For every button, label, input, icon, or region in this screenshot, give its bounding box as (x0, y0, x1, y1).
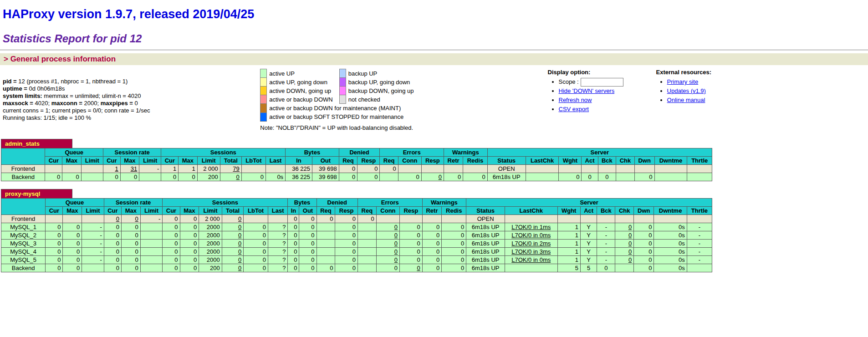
cell-rate-max: 0 (121, 214, 140, 223)
scope-input[interactable] (581, 78, 623, 87)
col-header-queue-limit: Limit (81, 156, 103, 164)
cell-bytes-in: 0 (288, 223, 299, 231)
group-header-empty (1, 198, 46, 214)
cell-sessions-last: ? (268, 264, 287, 272)
col-header-thrtle: Thrtle (687, 156, 712, 164)
group-header-errors: Errors (357, 198, 422, 206)
cell-rate-max: 0 (121, 231, 140, 239)
cell-queue-max: 0 (63, 255, 82, 264)
col-header-rate-cur: Cur (103, 156, 120, 164)
cell-sessions-max: 0 (180, 223, 199, 231)
cell-sessions-cur: 0 (163, 247, 180, 255)
row-name: MySQL_2 (1, 231, 46, 239)
cell-act: Y (580, 255, 597, 264)
cell-warnings-retr: 0 (422, 231, 442, 239)
cell-denied-req: 0 (317, 264, 335, 272)
cell-rate-cur: 0 (104, 214, 121, 223)
col-header-sessions-total: Total (222, 206, 244, 214)
col-header-errors-req: Req (380, 156, 398, 164)
cell-bytes-in: 36 225 (286, 173, 312, 181)
cell-status: OPEN (466, 214, 505, 223)
info-row: pid = 12 (process #1, nbproc = 1, nbthre… (0, 69, 711, 131)
col-header-queue-max: Max (62, 156, 81, 164)
page-title[interactable]: HAProxy version 1.9.7, released 2019/04/… (3, 7, 868, 21)
cell-bck: 0 (597, 264, 615, 272)
cell-rate-limit: - (139, 164, 161, 173)
stats-table: QueueSession rateSessionsBytesDeniedErro… (1, 148, 712, 181)
cell-errors-resp: 0 (400, 247, 423, 255)
cell-warnings-retr: 0 (422, 223, 442, 231)
cell-queue-cur: 0 (46, 247, 63, 255)
external-resources-link[interactable]: Updates (v1.9) (667, 87, 706, 94)
cell-act: 5 (580, 264, 597, 272)
cell-thrtle: - (687, 223, 712, 231)
external-resources-link[interactable]: Primary site (667, 78, 699, 85)
cell-sessions-max: 0 (179, 173, 197, 181)
group-header-server: Server (466, 198, 712, 206)
display-option-link[interactable]: Hide 'DOWN' servers (559, 87, 615, 94)
cell-lastchk: L7OK/0 in 0ms (505, 231, 557, 239)
cell-rate-cur: 1 (103, 164, 120, 173)
display-option-link[interactable]: CSV export (559, 106, 589, 112)
cell-bck: - (597, 247, 615, 255)
cell-sessions-cur: 0 (163, 214, 180, 223)
cell-sessions-cur: 1 (161, 164, 179, 173)
group-header-denied: Denied (339, 148, 380, 156)
cell-thrtle (687, 264, 712, 272)
process-info-line: uptime = 0d 0h06m18s (3, 85, 260, 92)
cell-warnings-retr (422, 214, 442, 223)
cell-rate-max: 0 (121, 255, 140, 264)
group-header-sessions: Sessions (161, 148, 286, 156)
cell-rate-max: 0 (121, 264, 140, 272)
cell-status: 6m18s UP (466, 264, 505, 272)
cell-queue-max: 0 (63, 264, 82, 272)
cell-queue-limit: - (82, 231, 104, 239)
cell-errors-conn: 0 (376, 239, 399, 247)
cell-chk: 0 (615, 223, 634, 231)
cell-bytes-out: 0 (299, 239, 317, 247)
cell-bck: - (597, 231, 615, 239)
cell-weight: 1 (557, 247, 580, 255)
cell-sessions-last: ? (268, 239, 287, 247)
cell-rate-cur: 0 (104, 223, 121, 231)
cell-denied-resp: 0 (335, 239, 358, 247)
external-resources-link[interactable]: Online manual (667, 97, 705, 103)
cell-warnings-retr: 0 (422, 255, 442, 264)
cell-act: Y (580, 231, 597, 239)
legend-color-swatch (339, 69, 346, 78)
external-resources-heading: External resources: (656, 69, 711, 76)
cell-warnings-redis: 0 (442, 255, 466, 264)
cell-bytes-in: 0 (288, 255, 299, 264)
col-header-bytes-in: In (286, 156, 312, 164)
legend-label: active DOWN, going up (267, 87, 339, 95)
cell-errors-req (357, 247, 376, 255)
cell-bck: - (597, 239, 615, 247)
row-name: Frontend (1, 214, 46, 223)
cell-queue-cur: 0 (46, 264, 63, 272)
col-header-weight: Wght (557, 206, 580, 214)
cell-rate-limit (140, 239, 163, 247)
cell-thrtle: - (687, 255, 712, 264)
process-info-line: maxsock = 4020; maxconn = 2000; maxpipes… (3, 100, 260, 107)
cell-sessions-limit: 2 000 (197, 164, 220, 173)
display-option-link[interactable]: Refresh now (559, 97, 592, 103)
col-header-dwn: Dwn (634, 206, 654, 214)
proxy-name[interactable]: admin_stats (1, 139, 72, 148)
col-header-errors-conn: Conn (398, 156, 421, 164)
cell-sessions-cur: 0 (163, 255, 180, 264)
cell-bytes-out: 0 (299, 231, 317, 239)
cell-warnings-retr: 0 (422, 264, 442, 272)
proxy-name[interactable]: proxy-mysql (1, 189, 72, 198)
proxy-section-proxy-mysql: proxy-mysql QueueSession rateSessionsByt… (1, 189, 711, 272)
cell-rate-cur: 0 (104, 264, 121, 272)
legend-color-swatch (260, 78, 267, 87)
col-header-denied-req: Req (339, 156, 357, 164)
legend-table-wrap: active UPbackup UPactive UP, going downb… (260, 69, 420, 122)
process-info: pid = 12 (process #1, nbproc = 1, nbthre… (3, 78, 260, 122)
cell-sessions-last: ? (268, 231, 287, 239)
page-subtitle: Statistics Report for pid 12 (3, 32, 868, 45)
cell-queue-cur: 0 (46, 231, 63, 239)
cell-errors-resp: 0 (400, 264, 423, 272)
cell-sessions-total: 79 (220, 164, 241, 173)
legend-note: Note: "NOLB"/"DRAIN" = UP with load-bala… (260, 124, 420, 131)
